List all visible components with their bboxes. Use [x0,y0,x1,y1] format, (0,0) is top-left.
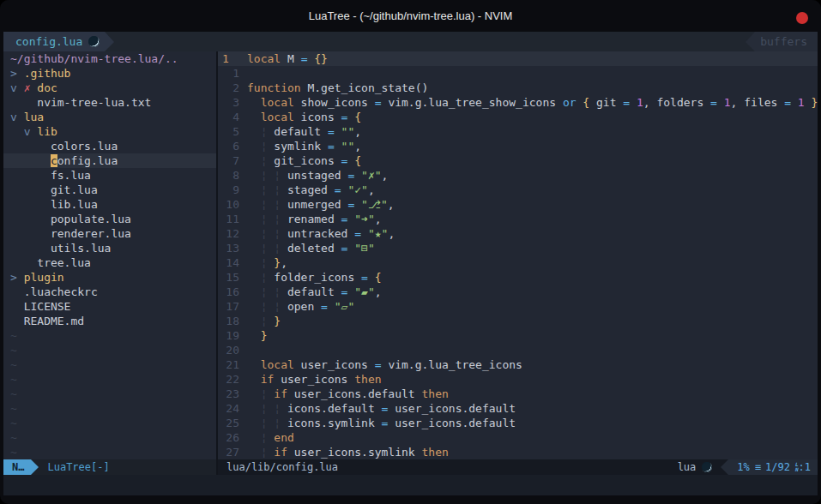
nvim-terminal: config.lua buffers ~/github/nvim-tree.lu… [3,32,818,495]
file-tree-pane: ~/github/nvim-tree.lua/..> .githubv ✗ do… [3,51,216,459]
code-line[interactable]: 6 ¦ symlink = "", [218,139,818,153]
tree-buffer-name: LuaTree[-] [39,459,109,475]
line-number: 22 [218,372,247,387]
code-line[interactable]: 26 ¦ end [218,430,818,445]
empty-line-marker: ~ [3,416,216,430]
code-line[interactable]: 4 local icons = { [218,110,818,124]
line-number: 23 [218,387,247,401]
code-line[interactable]: 20 [218,343,818,357]
chevron-down-icon[interactable]: v [24,125,38,138]
line-number: 11 [218,212,247,226]
titlebar: LuaTree - (~/github/nvim-tree.lua) - NVI… [0,0,821,32]
code-line[interactable]: 7 ¦ git_icons = { [218,153,818,168]
line-number: 13 [218,241,247,255]
code-line[interactable]: 22 if user_icons then [218,372,818,387]
code-line[interactable]: 2function M.get_icon_state() [218,81,818,95]
code-line[interactable]: 1local M = {} [218,51,818,66]
tree-item[interactable]: v ✗ doc [3,81,216,95]
code-line[interactable]: 15 ¦ folder_icons = { [218,270,818,285]
scroll-percent: 1% [737,459,749,475]
tree-item[interactable]: utils.lua [3,241,216,255]
line-number: 19 [218,328,247,343]
tree-item-label: utils.lua [51,242,111,255]
chevron-down-icon[interactable]: v [10,111,24,123]
tree-item[interactable]: colors.lua [3,139,216,153]
tree-item-label: doc [37,81,57,94]
code-line[interactable]: 17 ¦ ¦ open = "▱" [218,299,818,314]
line-number: 9 [218,183,247,197]
tab-config-lua[interactable]: config.lua [3,32,105,51]
line-number: 20 [218,343,247,357]
tree-item-label: populate.lua [51,213,131,225]
tree-item[interactable]: LICENSE [3,299,216,314]
column-value: :1 [799,459,811,475]
mode-powerline-arrow [31,459,39,475]
line-number: 3 [218,95,247,110]
code-line[interactable]: 18 ¦ } [218,314,818,328]
code-line[interactable]: 24 ¦ ¦ icons.default = user_icons.defaul… [218,401,818,416]
line-number: 8 [218,168,247,183]
tree-item-label: .luacheckrc [24,285,98,298]
chevron-right-icon[interactable]: > [10,67,24,80]
tree-cursor: c [51,154,57,167]
code-line[interactable]: 19 } [218,328,818,343]
tree-item[interactable]: v lib [3,124,216,139]
code-line[interactable]: 13 ¦ ¦ deleted = "⊟" [218,241,818,255]
tree-item[interactable]: README.md [3,314,216,328]
lua-moon-icon [702,462,712,472]
empty-line-marker: ~ [3,357,216,372]
code-line[interactable]: 10 ¦ ¦ unmerged = "⎇", [218,197,818,212]
tree-item[interactable]: renderer.lua [3,226,216,241]
code-line[interactable]: 9 ¦ ¦ staged = "✓", [218,183,818,197]
line-number: 18 [218,314,247,328]
code-line[interactable]: 16 ¦ ¦ default = "▰", [218,285,818,299]
tree-item-label: fs.lua [51,169,91,182]
empty-line-marker: ~ [3,372,216,387]
filetype-label: lua [678,459,697,475]
tree-item-label: plugin [24,271,64,284]
close-button[interactable] [796,12,808,24]
buffers-section-label: buffers [755,32,818,51]
line-number: 6 [218,139,247,153]
tree-root[interactable]: ~/github/nvim-tree.lua/.. [3,51,216,66]
tree-item[interactable]: lib.lua [3,197,216,212]
code-line[interactable]: 1 [218,66,818,81]
chevron-down-icon[interactable]: v [10,81,24,94]
line-number: 12 [218,226,247,241]
code-line[interactable]: 14 ¦ }, [218,255,818,270]
line-number: 1 [218,66,247,81]
mode-indicator: N… [3,459,31,475]
tree-item[interactable]: v lua [3,110,216,124]
tree-item[interactable]: nvim-tree-lua.txt [3,95,216,110]
tab-powerline-separator [105,32,114,51]
code-line[interactable]: 8 ¦ ¦ unstaged = "✗", [218,168,818,183]
tabline: config.lua buffers [3,32,818,51]
tree-item[interactable]: git.lua [3,183,216,197]
lua-moon-icon [88,36,100,47]
tree-item-label: lib.lua [51,198,98,211]
line-number: 21 [218,357,247,372]
code-line[interactable]: 21 local user_icons = vim.g.lua_tree_ico… [218,357,818,372]
tree-item[interactable]: .luacheckrc [3,285,216,299]
tree-item[interactable]: config.lua [3,153,216,168]
code-line[interactable]: 11 ¦ ¦ renamed = "➜", [218,212,818,226]
line-number: 4 [218,110,247,124]
empty-line-marker: ~ [3,343,216,357]
tree-item[interactable]: tree.lua [3,255,216,270]
command-line[interactable] [3,475,818,495]
statusline: N… LuaTree[-] lua/lib/config.lua lua 1% … [3,459,818,475]
tree-item-label: renderer.lua [51,227,131,240]
code-line[interactable]: 27 ¦ if user_icons.symlink then [218,445,818,459]
tree-item[interactable]: fs.lua [3,168,216,183]
line-number: 14 [218,255,247,270]
code-line[interactable]: 12 ¦ ¦ untracked = "★", [218,226,818,241]
tree-item[interactable]: > plugin [3,270,216,285]
tree-item-label: LICENSE [24,300,71,313]
code-line[interactable]: 25 ¦ ¦ icons.symlink = user_icons.defaul… [218,416,818,430]
code-line[interactable]: 23 ¦ if user_icons.default then [218,387,818,401]
code-line[interactable]: 5 ¦ default = "", [218,124,818,139]
chevron-right-icon[interactable]: > [10,271,24,284]
tree-item[interactable]: > .github [3,66,216,81]
tree-item[interactable]: populate.lua [3,212,216,226]
code-line[interactable]: 3 local show_icons = vim.g.lua_tree_show… [218,95,818,110]
